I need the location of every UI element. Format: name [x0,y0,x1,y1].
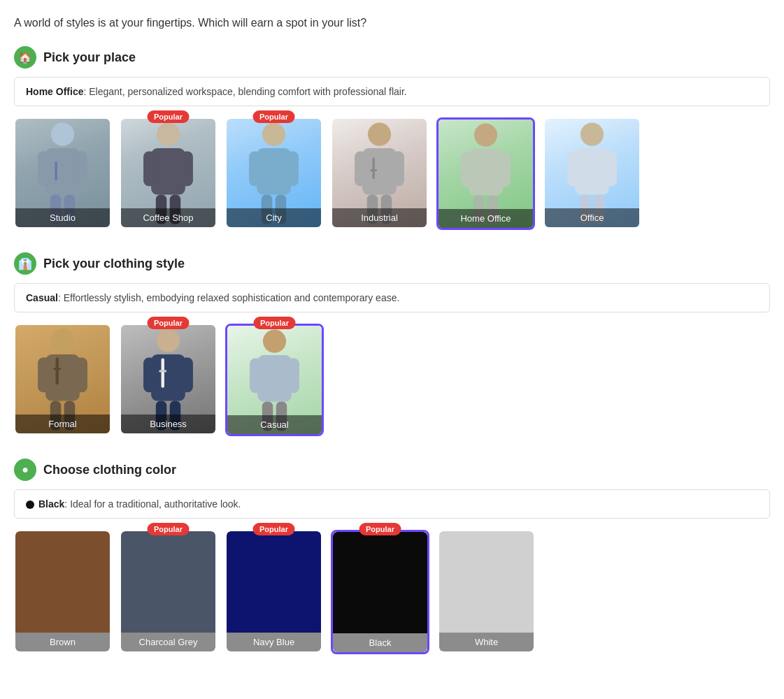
clothing-casual-label: Casual [227,415,322,434]
place-industrial-label: Industrial [332,208,427,227]
place-items-row: Studio Popular Coffee Shop [14,117,770,230]
coffeeshop-popular-badge: Popular [147,110,190,123]
clothing-formal-label: Formal [15,415,110,433]
svg-rect-55 [263,330,286,353]
color-brown-label: Brown [15,633,110,651]
svg-rect-10 [180,152,193,187]
clothing-item-formal[interactable]: Formal [14,324,111,436]
color-charcoal-label: Charcoal Grey [121,633,215,651]
svg-rect-53 [162,359,164,388]
svg-rect-47 [157,329,180,352]
clothing-title: Pick your clothing style [43,257,185,271]
clothing-header: 👔 Pick your clothing style [14,252,770,275]
business-popular-badge: Popular [147,317,190,329]
place-item-city[interactable]: Popular City [225,117,322,230]
black-dot-icon [26,500,34,509]
place-desc-text: : Elegant, personalized workspace, blend… [83,86,406,97]
place-title: Pick your place [43,50,136,65]
clothing-description: Casual: Effortlessly stylish, embodying … [14,283,770,312]
svg-rect-29 [461,152,473,187]
svg-rect-16 [286,152,299,187]
svg-rect-20 [362,148,397,194]
svg-rect-58 [287,359,299,394]
svg-rect-46 [53,368,61,370]
color-item-black[interactable]: Popular Black [331,530,429,654]
clothing-icon: 👔 [14,252,36,275]
svg-rect-49 [143,358,156,393]
svg-rect-56 [257,355,292,401]
svg-rect-22 [392,152,404,187]
place-coffeeshop-label: Coffee Shop [121,208,215,227]
clothing-item-casual[interactable]: Popular Casual [225,324,324,436]
svg-rect-45 [56,358,59,385]
place-item-studio[interactable]: Studio [14,117,111,230]
city-popular-badge: Popular [252,110,295,123]
svg-rect-35 [567,152,580,187]
place-studio-label: Studio [15,208,110,227]
svg-rect-7 [157,123,180,146]
place-item-coffeeshop[interactable]: Popular Coffee Shop [120,117,217,230]
svg-rect-40 [45,354,80,401]
svg-rect-48 [151,354,185,401]
place-section: 🏠 Pick your place Home Office: Elegant, … [14,46,770,230]
navy-popular-badge: Popular [252,523,295,535]
clothing-business-label: Business [121,415,215,433]
svg-rect-21 [355,152,367,187]
color-title: Choose clothing color [43,463,176,477]
color-white-label: White [439,633,534,651]
clothing-desc-bold: Casual [26,292,58,303]
charcoal-swatch [121,531,215,633]
svg-rect-6 [55,161,57,181]
svg-rect-1 [45,148,80,194]
svg-rect-57 [250,359,262,394]
svg-rect-8 [151,148,185,194]
clothing-desc-text: : Effortlessly stylish, embodying relaxe… [58,292,399,303]
color-items-row: Brown Popular Charcoal Grey Popular Navy… [14,530,770,654]
color-navy-label: Navy Blue [227,633,321,651]
color-item-navy[interactable]: Popular Navy Blue [225,530,322,654]
color-desc-text: : Ideal for a traditional, authoritative… [64,498,241,510]
place-item-homeoffice[interactable]: Home Office [436,117,535,230]
black-popular-badge: Popular [359,523,401,535]
svg-rect-54 [159,370,166,372]
black-swatch [333,532,427,633]
clothing-item-business[interactable]: Popular Business [120,324,217,436]
place-office-label: Office [545,208,639,227]
svg-rect-41 [38,358,50,393]
svg-rect-42 [75,358,87,393]
color-item-white[interactable]: White [438,530,535,654]
navy-swatch [227,531,321,633]
svg-rect-3 [75,152,87,187]
svg-rect-39 [51,329,74,352]
color-item-brown[interactable]: Brown [14,530,111,654]
clothing-items-row: Formal Popular Bu [14,324,770,436]
place-homeoffice-label: Home Office [439,209,533,228]
color-section: ● Choose clothing color Black: Ideal for… [14,459,770,654]
place-description: Home Office: Elegant, personalized works… [14,77,770,106]
svg-rect-2 [38,152,50,187]
svg-rect-14 [257,148,291,194]
svg-rect-33 [580,123,604,146]
place-city-label: City [227,208,321,227]
svg-rect-25 [373,157,375,179]
svg-rect-30 [498,152,511,187]
color-black-label: Black [333,633,427,652]
charcoal-popular-badge: Popular [147,523,190,535]
color-icon: ● [14,459,36,481]
clothing-section: 👔 Pick your clothing style Casual: Effor… [14,252,770,436]
white-swatch [439,531,534,633]
svg-rect-15 [249,152,262,187]
svg-rect-13 [262,123,285,146]
svg-rect-27 [474,124,497,147]
color-item-charcoal[interactable]: Popular Charcoal Grey [120,530,217,654]
svg-rect-9 [143,152,156,187]
svg-rect-34 [575,148,609,194]
color-description: Black: Ideal for a traditional, authorit… [14,489,770,519]
place-item-office[interactable]: Office [543,117,641,230]
svg-rect-36 [604,152,617,187]
place-header: 🏠 Pick your place [14,46,770,69]
place-item-industrial[interactable]: Industrial [331,117,428,230]
svg-rect-0 [51,123,74,146]
svg-rect-19 [368,123,391,146]
svg-rect-50 [180,358,193,393]
